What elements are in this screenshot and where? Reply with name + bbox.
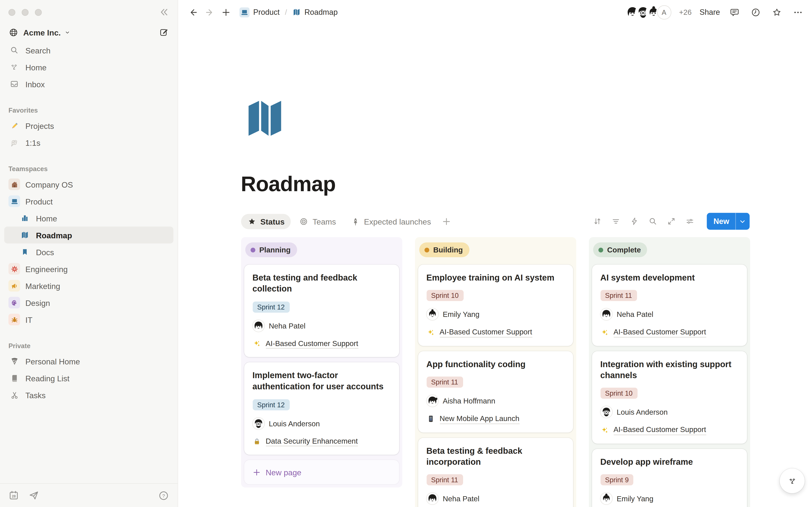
- column-status-label: Planning: [259, 246, 291, 254]
- new-page-button[interactable]: New page: [244, 460, 399, 485]
- breadcrumb-item-roadmap[interactable]: Roadmap: [289, 6, 342, 18]
- card-title: Beta testing and feedback collection: [252, 272, 391, 294]
- sidebar-collapse-icon[interactable]: [159, 7, 169, 17]
- sidebar-section-list: Company OSProductHomeRoadmapDocsEngineer…: [4, 176, 173, 328]
- help-icon[interactable]: ?: [158, 490, 169, 501]
- view-settings-icon[interactable]: [685, 217, 695, 226]
- card-relation-link[interactable]: AI-Based Customer Support: [600, 425, 739, 435]
- search-in-view-icon[interactable]: [648, 217, 657, 226]
- sidebar-item-1-1s[interactable]: 1:1s: [4, 134, 173, 151]
- sidebar-item-label: Roadmap: [36, 230, 72, 239]
- avatar: [252, 320, 264, 331]
- comments-icon[interactable]: [728, 5, 742, 19]
- sidebar-section-title[interactable]: Teamspaces: [0, 164, 177, 176]
- tab-teams[interactable]: Teams: [293, 214, 342, 229]
- share-button[interactable]: Share: [700, 8, 720, 16]
- sidebar-item-personal-home[interactable]: Personal Home: [4, 353, 173, 370]
- tab-status[interactable]: Status: [241, 214, 291, 229]
- automations-icon[interactable]: [629, 217, 639, 226]
- sort-icon[interactable]: [593, 217, 602, 226]
- column-header-building[interactable]: Building: [419, 242, 469, 257]
- sidebar-item-home[interactable]: Home: [4, 210, 173, 227]
- sidebar-item-label: Personal Home: [26, 357, 80, 366]
- sidebar-footer: 28 ?: [0, 483, 177, 507]
- sidebar-item-projects[interactable]: Projects: [4, 117, 173, 134]
- card-relation-link[interactable]: AI-Based Customer Support: [600, 328, 739, 337]
- updates-history-icon[interactable]: [749, 5, 763, 19]
- workspace-switcher[interactable]: Acme Inc.: [4, 25, 173, 40]
- more-options-icon[interactable]: [792, 5, 805, 19]
- notion-face-icon: [8, 62, 20, 72]
- avatar[interactable]: A: [657, 5, 671, 19]
- sidebar-item-roadmap[interactable]: Roadmap: [4, 227, 173, 243]
- new-button[interactable]: New: [707, 213, 749, 230]
- column-header-planning[interactable]: Planning: [245, 242, 297, 257]
- sidebar-item-product[interactable]: Product: [4, 193, 173, 210]
- board-card[interactable]: AI system developmentSprint 11Neha Patel…: [592, 265, 747, 346]
- sidebar-item-inbox[interactable]: Inbox: [4, 76, 173, 93]
- sidebar-item-home[interactable]: Home: [4, 59, 173, 76]
- window-close-button[interactable]: [8, 9, 15, 16]
- sidebar-item-it[interactable]: IT: [4, 311, 173, 328]
- board-card[interactable]: Integration with existing support channe…: [592, 351, 747, 444]
- sidebar-item-label: Search: [26, 46, 51, 55]
- relation-label: AI-Based Customer Support: [613, 425, 706, 435]
- sidebar-item-engineering[interactable]: Engineering: [4, 261, 173, 277]
- column-header-complete[interactable]: Complete: [593, 242, 647, 257]
- card-relation-link[interactable]: AI-Based Customer Support: [252, 339, 391, 349]
- board-card[interactable]: Beta testing & feedback incorporationSpr…: [418, 438, 573, 507]
- main-area: Product/Roadmap A +26 Share Roadmap: [178, 0, 812, 507]
- notion-ai-fab[interactable]: [780, 468, 805, 494]
- sidebar-item-reading-list[interactable]: Reading List: [4, 370, 173, 387]
- new-page-compose-icon[interactable]: [159, 27, 169, 38]
- sidebar-item-marketing[interactable]: Marketing: [4, 277, 173, 294]
- kanban-board: PlanningBeta testing and feedback collec…: [241, 237, 749, 507]
- sidebar-item-search[interactable]: Search: [4, 42, 173, 59]
- page-title[interactable]: Roadmap: [241, 172, 749, 196]
- breadcrumb-item-product[interactable]: Product: [236, 5, 283, 19]
- board-card[interactable]: Employee training on AI systemSprint 10 …: [418, 265, 573, 346]
- sidebar-item-tasks[interactable]: Tasks: [4, 387, 173, 403]
- expand-icon[interactable]: [666, 217, 676, 226]
- add-page-icon[interactable]: [219, 5, 233, 19]
- scissors-icon: [10, 391, 19, 400]
- sidebar-item-label: Home: [26, 62, 47, 72]
- card-relation-link[interactable]: AI-Based Customer Support: [426, 328, 564, 337]
- collaborator-avatars[interactable]: A: [625, 5, 671, 19]
- add-view-icon[interactable]: [437, 216, 456, 226]
- window-zoom-button[interactable]: [35, 9, 42, 16]
- sidebar-section-title[interactable]: Favorites: [0, 105, 177, 117]
- card-relation-link[interactable]: Data Security Enhancement: [252, 437, 391, 446]
- page-icon-map[interactable]: [241, 95, 289, 142]
- card-relation-link[interactable]: New Mobile App Launch: [426, 414, 564, 424]
- invite-members-icon[interactable]: [29, 490, 39, 501]
- tab-expected-launches[interactable]: Expected launches: [345, 214, 437, 229]
- assignee-name: Neha Patel: [617, 310, 653, 319]
- window-minimize-button[interactable]: [22, 9, 29, 16]
- board-card[interactable]: Beta testing and feedback collectionSpri…: [244, 265, 399, 357]
- board-card[interactable]: Develop app wireframeSprint 9 Emily Yang: [592, 449, 747, 507]
- filter-icon[interactable]: [611, 217, 620, 226]
- board-card[interactable]: App functionality codingSprint 11Aisha H…: [418, 351, 573, 432]
- sidebar-section-title[interactable]: Private: [0, 341, 177, 353]
- history-back-icon[interactable]: [187, 5, 200, 19]
- sidebar-item-docs[interactable]: Docs: [4, 243, 173, 261]
- bookmark-icon: [19, 248, 31, 256]
- board-card[interactable]: Implement two-factor authentication for …: [244, 362, 399, 455]
- card-assignee: Neha Patel: [252, 320, 391, 331]
- history-forward-icon[interactable]: [203, 5, 216, 19]
- sidebar-item-company-os[interactable]: Company OS: [4, 176, 173, 193]
- house-icon: [8, 178, 20, 190]
- favorite-star-icon[interactable]: [770, 5, 784, 19]
- new-button-label[interactable]: New: [707, 213, 735, 230]
- card-title: Develop app wireframe: [600, 456, 739, 467]
- board-column-planning: PlanningBeta testing and feedback collec…: [241, 237, 402, 488]
- collaborator-overflow-count[interactable]: +26: [679, 8, 692, 16]
- calendar-icon[interactable]: 28: [8, 490, 19, 501]
- sidebar-item-design[interactable]: Design: [4, 294, 173, 311]
- window-traffic-lights[interactable]: [8, 9, 42, 16]
- tab-label: Expected launches: [364, 217, 431, 226]
- new-button-dropdown-icon[interactable]: [735, 213, 749, 230]
- topbar: Product/Roadmap A +26 Share: [178, 0, 812, 24]
- card-assignee: Louis Anderson: [252, 417, 391, 429]
